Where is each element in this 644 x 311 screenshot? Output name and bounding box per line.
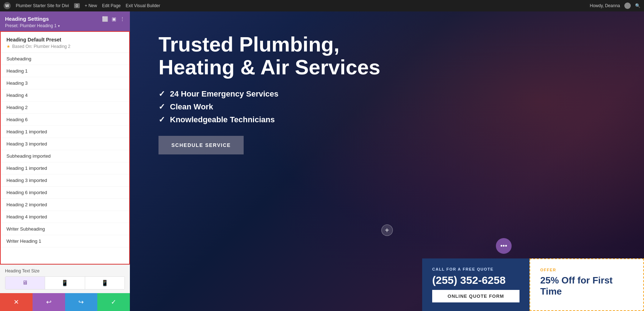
- checkmark-icon-2: ✓: [158, 102, 165, 112]
- dropdown-header: Heading Default Preset ★ Based On: Plumb…: [1, 32, 129, 53]
- hero-title: Trusted Plumbing, Heating & Air Services: [158, 33, 409, 79]
- desktop-device-button[interactable]: 🖥: [5, 277, 45, 289]
- list-item[interactable]: Heading 4: [1, 89, 129, 102]
- list-item[interactable]: Heading 1: [1, 65, 129, 77]
- checklist-item-1: ✓ 24 Hour Emergency Services: [158, 89, 615, 99]
- device-switcher: 🖥 📱 📱: [5, 276, 125, 290]
- list-item[interactable]: Subheading: [1, 53, 129, 65]
- checklist-text-2: Clean Work: [170, 102, 213, 112]
- offer-card: OFFER 25% Off for First Time: [530, 258, 644, 311]
- quote-card-phone: (255) 352-6258: [432, 274, 519, 286]
- checklist-text-1: 24 Hour Emergency Services: [170, 89, 278, 99]
- offer-card-title: 25% Off for First Time: [540, 275, 633, 297]
- list-item[interactable]: Heading 6 imported: [1, 187, 129, 199]
- list-item[interactable]: Heading 1 imported: [1, 162, 129, 174]
- desktop-icon: 🖥: [22, 280, 28, 286]
- mobile-icon: 📱: [101, 280, 108, 286]
- checkmark-icon-1: ✓: [158, 89, 165, 99]
- cancel-button[interactable]: ✕: [0, 293, 33, 311]
- main-area: Heading Settings ⬜ ▣ ⋮ Preset: Plumber H…: [0, 11, 644, 311]
- panel-header-top: Heading Settings ⬜ ▣ ⋮: [5, 16, 125, 22]
- list-item[interactable]: Heading 2: [1, 102, 129, 114]
- preview-area: Trusted Plumbing, Heating & Air Services…: [130, 11, 644, 311]
- offer-card-label: OFFER: [540, 268, 633, 272]
- admin-bar-right: Howdy, Deanna 🔍: [590, 3, 641, 9]
- howdy-label: Howdy, Deanna: [590, 3, 620, 8]
- left-panel: Heading Settings ⬜ ▣ ⋮ Preset: Plumber H…: [0, 11, 130, 311]
- list-item[interactable]: Heading 3 imported: [1, 174, 129, 187]
- user-avatar: [624, 3, 631, 9]
- bottom-cards: CALL FOR A FREE QUOTE (255) 352-6258 ONL…: [422, 258, 644, 311]
- wp-logo-icon[interactable]: W: [4, 2, 11, 9]
- exit-builder-button[interactable]: Exit Visual Builder: [126, 3, 160, 8]
- dropdown-based-on: ★ Based On: Plumber Heading 2: [6, 44, 123, 49]
- list-item[interactable]: Heading 2 imported: [1, 199, 129, 211]
- panel-header-icons: ⬜ ▣ ⋮: [102, 16, 125, 22]
- new-button[interactable]: + New: [85, 3, 97, 8]
- list-item[interactable]: Heading 4 imported: [1, 211, 129, 223]
- checklist-item-2: ✓ Clean Work: [158, 102, 615, 112]
- list-item[interactable]: Heading 3 imported: [1, 138, 129, 150]
- comment-count[interactable]: 0: [74, 3, 80, 8]
- floating-dots-button[interactable]: •••: [496, 238, 512, 254]
- checkmark-icon-3: ✓: [158, 115, 165, 124]
- mobile-device-button[interactable]: 📱: [85, 277, 125, 289]
- tablet-icon: 📱: [61, 280, 68, 286]
- cta-button[interactable]: SCHEDULE SERVICE: [158, 136, 244, 154]
- quote-card-label: CALL FOR A FREE QUOTE: [432, 267, 519, 271]
- list-item[interactable]: Writer Subheading: [1, 223, 129, 235]
- preset-dropdown[interactable]: Heading Default Preset ★ Based On: Plumb…: [0, 31, 130, 265]
- online-quote-form-button[interactable]: ONLINE QUOTE FORM: [432, 290, 519, 302]
- fullscreen-icon[interactable]: ⬜: [102, 16, 108, 22]
- save-icon: ✓: [111, 298, 116, 306]
- preset-arrow-icon: ▾: [58, 24, 60, 28]
- panel-title: Heading Settings: [5, 16, 49, 22]
- more-options-icon[interactable]: ⋮: [120, 16, 125, 22]
- undo-icon: ↩: [46, 298, 52, 306]
- preview-content: Trusted Plumbing, Heating & Air Services…: [130, 11, 644, 169]
- action-bar: ✕ ↩ ↪ ✓: [0, 293, 130, 311]
- tablet-device-button[interactable]: 📱: [45, 277, 85, 289]
- admin-bar-left: W Plumber Starter Site for Divi 0 + New …: [4, 2, 160, 9]
- site-name[interactable]: Plumber Starter Site for Divi: [16, 3, 69, 8]
- add-section-button[interactable]: +: [381, 224, 393, 236]
- heading-text-size-label: Heading Text Size: [5, 268, 125, 273]
- quote-card: CALL FOR A FREE QUOTE (255) 352-6258 ONL…: [422, 258, 530, 311]
- edit-page-button[interactable]: Edit Page: [102, 3, 121, 8]
- panel-bottom: Heading Text Size 🖥 📱 📱: [0, 265, 130, 293]
- star-icon: ★: [6, 44, 10, 49]
- preset-selector[interactable]: Preset: Plumber Heading 1 ▾: [5, 23, 125, 28]
- cancel-icon: ✕: [14, 298, 19, 306]
- search-icon[interactable]: 🔍: [635, 3, 640, 8]
- undo-button[interactable]: ↩: [33, 293, 65, 311]
- panel-header: Heading Settings ⬜ ▣ ⋮ Preset: Plumber H…: [0, 11, 130, 31]
- checklist: ✓ 24 Hour Emergency Services ✓ Clean Wor…: [158, 89, 615, 124]
- list-item[interactable]: Heading 6: [1, 114, 129, 126]
- list-item[interactable]: Subheading imported: [1, 150, 129, 162]
- split-icon[interactable]: ▣: [112, 16, 116, 22]
- list-item[interactable]: Heading 3: [1, 77, 129, 89]
- preset-label-text: Preset: Plumber Heading 1: [5, 23, 57, 28]
- redo-button[interactable]: ↪: [65, 293, 98, 311]
- redo-icon: ↪: [78, 298, 84, 306]
- save-button[interactable]: ✓: [97, 293, 130, 311]
- checklist-item-3: ✓ Knowledgeable Technicians: [158, 115, 615, 124]
- based-on-label: Based On: Plumber Heading 2: [12, 44, 70, 49]
- list-item[interactable]: Heading 1 imported: [1, 126, 129, 138]
- checklist-text-3: Knowledgeable Technicians: [170, 115, 275, 124]
- list-item[interactable]: Writer Heading 1: [1, 235, 129, 247]
- wp-admin-bar: W Plumber Starter Site for Divi 0 + New …: [0, 0, 644, 11]
- preset-list: Subheading Heading 1 Heading 3 Heading 4…: [1, 53, 129, 247]
- dropdown-header-title: Heading Default Preset: [6, 37, 123, 43]
